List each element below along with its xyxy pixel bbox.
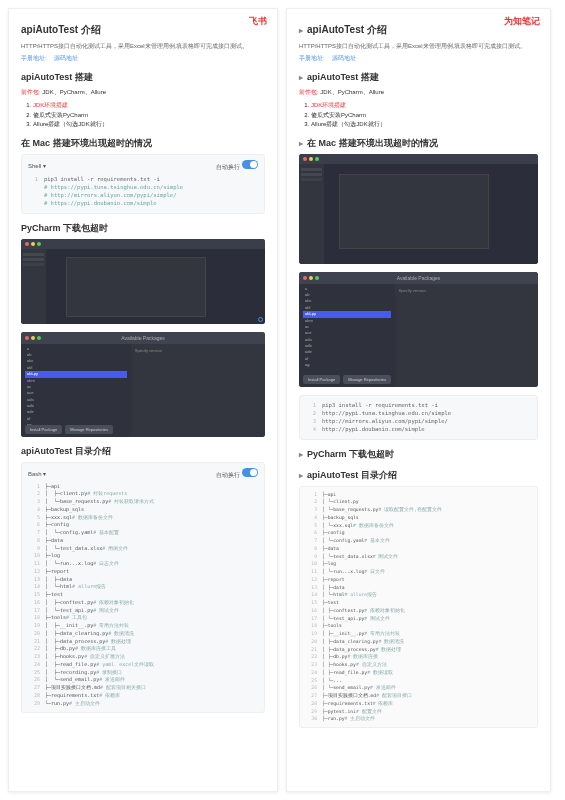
bash-wrap-toggle[interactable] [242, 468, 258, 477]
heading-pycharm: PyCharm 下载包超时 [21, 222, 265, 235]
r-shell-code-block: 1pip3 install -r requirements.txt -i2htt… [299, 395, 538, 440]
tree-row: 28├─requirements.txt # 依赖库 [305, 700, 532, 708]
step-2: 傻瓜式安装PyCharm [33, 111, 265, 119]
tree-row: 4├─backup_sqls [305, 514, 532, 522]
tree-row: 15├─test [28, 591, 258, 599]
pycharm-packages-window: Available Packages aababcablabl-pyabmaca… [21, 332, 265, 437]
r-intro-desc: HTTP/HTTPS接口自动化测试工具，采用Excel来管理用例,填表格即可完成… [299, 42, 538, 50]
r-heading-pycharm: PyCharm 下载包超时 [299, 448, 538, 461]
tree-row: 12├─report [28, 568, 258, 576]
tree-row: 9│ └─test_data.xlsx # 用例文件 [28, 545, 258, 553]
link-manual[interactable]: 手册地址: [21, 55, 47, 61]
r-link-source[interactable]: 源码地址 [332, 55, 356, 61]
tree-row: 8├─data [305, 545, 532, 553]
tree-row: 5├─xxx.sql # 数据库备份文件 [28, 514, 258, 522]
r-links: 手册地址: 源码地址 [299, 54, 538, 63]
intro-links: 手册地址: 源码地址 [21, 54, 265, 63]
tree-row: 16│ ├─conftest.py # 依赖对象初始化 [28, 599, 258, 607]
tree-row: 30├─run.py # 主启动文件 [305, 715, 532, 723]
r-pycharm-packages-window: Available Packages aababcablabl-pyabmaca… [299, 272, 538, 387]
heading-intro: apiAutoTest 介绍 [21, 23, 265, 37]
step-1: JDK环境搭建 [33, 101, 265, 109]
tree-row: 20│ ├─data_clearing.py # 数据清洗 [28, 630, 258, 638]
setup-steps: JDK环境搭建 傻瓜式安装PyCharm Allure搭建（勾选JDK就行） [21, 101, 265, 128]
heading-mac: 在 Mac 搭建环境出现超时的情况 [21, 137, 265, 150]
pkg-manage-btn[interactable]: Manage Repositories [65, 425, 113, 434]
step-3: Allure搭建（勾选JDK就行） [33, 120, 265, 128]
tree-row: 2│ └─client.py [305, 498, 532, 506]
heading-setup: apiAutoTest 搭建 [21, 71, 265, 84]
r-link-manual[interactable]: 手册地址: [299, 55, 325, 61]
pkg-desc-text: Specify version [135, 348, 261, 354]
r-pkg-list[interactable]: aababcablabl-pyabmacaceadaadbadeafag [299, 284, 395, 387]
tree-row: 10├─log [28, 552, 258, 560]
tree-row: 12├─report [305, 576, 532, 584]
left-document: 飞书 apiAutoTest 介绍 HTTP/HTTPS接口自动化测试工具，采用… [8, 8, 278, 792]
right-document: 为知笔记 apiAutoTest 介绍 HTTP/HTTPS接口自动化测试工具，… [286, 8, 551, 792]
tree-row: 1├─api [305, 491, 532, 499]
tree-row: 17│ └─test_api.py # 测试文件 [305, 615, 532, 623]
tree-row: 5│ └─xxx.sql # 数据库备份文件 [305, 522, 532, 530]
tree-row: 14│ └─html # allure报告 [305, 591, 532, 599]
tree-row: 4├─backup_sqls [28, 506, 258, 514]
tree-row: 24│ ├─read_file.py # yaml、excel文件读取 [28, 661, 258, 669]
tree-row: 28├─requirements.txt # 依赖库 [28, 692, 258, 700]
bash-toggle-label: 自动换行 [216, 472, 240, 478]
pycharm-screenshot-1 [21, 239, 265, 324]
prereq: 前件包: JDK、PyCharm、Allure [21, 88, 265, 97]
zoom-icon[interactable] [258, 317, 263, 322]
tree-row: 18├─tools [305, 622, 532, 630]
tree-row: 21│ ├─data_process.py # 数据处理 [28, 638, 258, 646]
tree-row: 24│ ├─read_file.py # 数据读取 [305, 669, 532, 677]
pkg-list[interactable]: aababcablabl-pyabmacaceadaadbadeafag [21, 344, 131, 437]
tree-row: 18├─tools # 工具包 [28, 614, 258, 622]
bash-lang[interactable]: Bash ▾ [28, 470, 46, 477]
dir-code-block: Bash ▾ 自动换行 1├─api2│ ├─client.py # 封装req… [21, 462, 265, 714]
tree-row: 14│ └─html # allure报告 [28, 583, 258, 591]
tree-row: 25│ └─... [305, 677, 532, 685]
r-pkg-install-btn[interactable]: Install Package [303, 375, 340, 384]
code-lang[interactable]: Shell ▾ [28, 162, 46, 169]
pkg-install-btn[interactable]: Install Package [25, 425, 62, 434]
tree-row: 26│ └─send_email.py # 发送邮件 [305, 684, 532, 692]
link-source[interactable]: 源码地址 [54, 55, 78, 61]
tree-row: 7│ └─config.yaml # 基本配置 [28, 529, 258, 537]
tree-row: 15├─test [305, 599, 532, 607]
pkg-window-title: Available Packages [121, 335, 165, 341]
tree-row: 26│ └─send_email.py # 发送邮件 [28, 676, 258, 684]
tree-row: 17│ └─test_api.py # 测试文件 [28, 607, 258, 615]
tree-row: 3│ └─base_requests.py # 封装获取请求方式 [28, 498, 258, 506]
tree-row: 13│ ├─data [305, 584, 532, 592]
pkg-detail: Specify version [131, 344, 265, 437]
r-prereq: 前件包: JDK、PyCharm、Allure [299, 88, 538, 97]
app-tag-left: 飞书 [249, 15, 267, 28]
r-heading-mac: 在 Mac 搭建环境出现超时的情况 [299, 137, 538, 150]
r-steps: JDK环境搭建 傻瓜式安装PyCharm Allure搭建（勾选JDK就行） [299, 101, 538, 128]
toggle-label: 自动换行 [216, 164, 240, 170]
tree-row: 9│ └─test_data.xlsx # 测试文件 [305, 553, 532, 561]
r-heading-setup: apiAutoTest 搭建 [299, 71, 538, 84]
tree-row: 20│ ├─data_clearing.py # 数据清洗 [305, 638, 532, 646]
wrap-toggle[interactable] [242, 160, 258, 169]
r-dir-tree: 1├─api2│ └─client.py3│ └─base_requests.p… [299, 486, 538, 729]
tree-row: 13│ ├─data [28, 576, 258, 584]
tree-row: 22│ ├─db.py # 数据库连接工具 [28, 645, 258, 653]
tree-row: 25│ ├─recording.py # 录制接口 [28, 669, 258, 677]
tree-row: 2│ ├─client.py # 封装requests [28, 490, 258, 498]
heading-dir: apiAutoTest 目录介绍 [21, 445, 265, 458]
prereq-value: JDK、PyCharm、Allure [42, 89, 106, 95]
tree-row: 11│ └─run...x.log # 日文件 [305, 568, 532, 576]
tree-row: 29├─pytest.ini # 配置文件 [305, 708, 532, 716]
r-pycharm-screenshot-1 [299, 154, 538, 264]
app-tag-right: 为知笔记 [504, 15, 540, 28]
tree-row: 21│ ├─data_process.py # 数据处理 [305, 646, 532, 654]
tree-row: 7│ └─config.yaml # 基本文件 [305, 537, 532, 545]
pkg-item[interactable]: ag [303, 362, 391, 368]
tree-row: 1├─api [28, 483, 258, 491]
intro-desc: HTTP/HTTPS接口自动化测试工具，采用Excel来管理用例,填表格即可完成… [21, 42, 265, 50]
tree-row: 16│ ├─conftest.py # 依赖对象初始化 [305, 607, 532, 615]
r-pkg-manage-btn[interactable]: Manage Repositories [343, 375, 391, 384]
tree-row: 11│ └─run...x.log # 日志文件 [28, 560, 258, 568]
tree-row: 29└─run.py # 主启动文件 [28, 700, 258, 708]
tree-row: 10├─log [305, 560, 532, 568]
